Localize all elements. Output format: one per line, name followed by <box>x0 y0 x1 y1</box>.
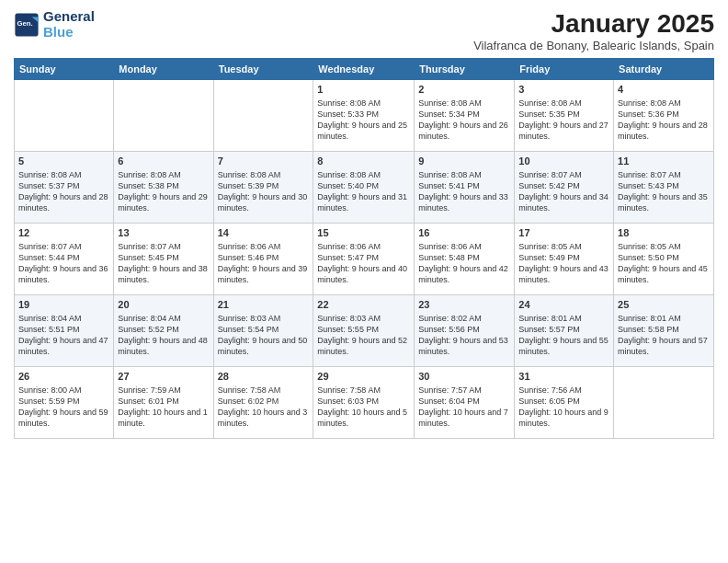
day-number: 24 <box>518 298 609 312</box>
sunrise-text: Sunrise: 8:00 AM <box>18 385 82 395</box>
sunrise-text: Sunrise: 8:08 AM <box>418 98 482 108</box>
sunset-text: Sunset: 5:37 PM <box>18 181 80 190</box>
sunset-text: Sunset: 5:39 PM <box>218 181 279 190</box>
day-number: 10 <box>518 155 609 168</box>
daylight-text: Daylight: 9 hours and 29 minutes. <box>118 192 208 213</box>
sunrise-text: Sunrise: 8:08 AM <box>118 170 181 179</box>
daylight-text: Daylight: 9 hours and 48 minutes. <box>118 336 208 356</box>
daylight-text: Daylight: 10 hours and 3 minutes. <box>218 408 308 428</box>
sunset-text: Sunset: 5:43 PM <box>618 181 679 190</box>
daylight-text: Daylight: 9 hours and 39 minutes. <box>218 264 308 284</box>
weekday-header-row: SundayMondayTuesdayWednesdayThursdayFrid… <box>15 59 714 80</box>
weekday-header-tuesday: Tuesday <box>213 59 313 80</box>
day-number: 15 <box>317 226 410 240</box>
calendar-cell: 19Sunrise: 8:04 AMSunset: 5:51 PMDayligh… <box>15 295 114 367</box>
calendar-cell: 6Sunrise: 8:08 AMSunset: 5:38 PMDaylight… <box>114 152 213 224</box>
sunset-text: Sunset: 5:51 PM <box>18 325 80 334</box>
calendar-cell: 27Sunrise: 7:59 AMSunset: 6:01 PMDayligh… <box>114 367 213 439</box>
calendar-cell: 20Sunrise: 8:04 AMSunset: 5:52 PMDayligh… <box>114 295 213 367</box>
calendar-table: SundayMondayTuesdayWednesdayThursdayFrid… <box>14 58 714 439</box>
week-row-2: 5Sunrise: 8:08 AMSunset: 5:37 PMDaylight… <box>15 152 714 224</box>
day-number: 12 <box>18 226 109 240</box>
calendar-cell: 31Sunrise: 7:56 AMSunset: 6:05 PMDayligh… <box>515 367 614 439</box>
sunrise-text: Sunrise: 8:07 AM <box>18 242 82 251</box>
calendar-cell: 1Sunrise: 8:08 AMSunset: 5:33 PMDaylight… <box>313 80 415 152</box>
sunrise-text: Sunrise: 8:04 AM <box>118 314 181 323</box>
sunrise-text: Sunrise: 8:03 AM <box>218 314 281 323</box>
daylight-text: Daylight: 9 hours and 36 minutes. <box>18 264 108 284</box>
calendar-cell: 24Sunrise: 8:01 AMSunset: 5:57 PMDayligh… <box>515 295 614 367</box>
daylight-text: Daylight: 9 hours and 53 minutes. <box>418 336 508 356</box>
calendar-cell: 29Sunrise: 7:58 AMSunset: 6:03 PMDayligh… <box>313 367 415 439</box>
sunset-text: Sunset: 5:33 PM <box>317 109 379 119</box>
sunrise-text: Sunrise: 8:08 AM <box>18 170 82 179</box>
sunset-text: Sunset: 5:40 PM <box>317 181 379 190</box>
day-number: 2 <box>418 83 510 97</box>
day-number: 14 <box>218 226 310 240</box>
logo: Gen. General Blue <box>14 9 95 40</box>
day-number: 1 <box>317 83 410 97</box>
daylight-text: Daylight: 9 hours and 27 minutes. <box>518 121 609 141</box>
sunset-text: Sunset: 6:03 PM <box>317 396 379 406</box>
sunset-text: Sunset: 6:04 PM <box>418 396 480 406</box>
sunrise-text: Sunrise: 7:58 AM <box>218 385 281 395</box>
sunrise-text: Sunrise: 8:08 AM <box>618 98 681 108</box>
sunset-text: Sunset: 5:36 PM <box>618 109 679 119</box>
weekday-header-friday: Friday <box>515 59 614 80</box>
calendar-cell: 17Sunrise: 8:05 AMSunset: 5:49 PMDayligh… <box>515 224 614 295</box>
daylight-text: Daylight: 10 hours and 7 minutes. <box>418 408 508 428</box>
daylight-text: Daylight: 9 hours and 57 minutes. <box>618 336 708 356</box>
sunrise-text: Sunrise: 8:01 AM <box>518 314 582 323</box>
sunset-text: Sunset: 6:01 PM <box>118 396 179 406</box>
day-number: 13 <box>118 226 209 240</box>
calendar-cell <box>114 80 213 152</box>
day-number: 20 <box>118 298 209 312</box>
calendar-cell: 15Sunrise: 8:06 AMSunset: 5:47 PMDayligh… <box>313 224 415 295</box>
sunrise-text: Sunrise: 8:03 AM <box>317 314 381 323</box>
day-number: 8 <box>317 155 410 168</box>
location-title: Vilafranca de Bonany, Balearic Islands, … <box>473 39 714 52</box>
week-row-3: 12Sunrise: 8:07 AMSunset: 5:44 PMDayligh… <box>15 224 714 295</box>
calendar-cell: 3Sunrise: 8:08 AMSunset: 5:35 PMDaylight… <box>515 80 614 152</box>
daylight-text: Daylight: 9 hours and 42 minutes. <box>418 264 508 284</box>
weekday-header-sunday: Sunday <box>15 59 114 80</box>
sunrise-text: Sunrise: 8:06 AM <box>418 242 482 251</box>
sunset-text: Sunset: 5:59 PM <box>18 396 80 406</box>
sunrise-text: Sunrise: 8:05 AM <box>518 242 582 251</box>
title-section: January 2025 Vilafranca de Bonany, Balea… <box>473 9 714 52</box>
calendar-cell: 16Sunrise: 8:06 AMSunset: 5:48 PMDayligh… <box>415 224 515 295</box>
calendar-cell: 23Sunrise: 8:02 AMSunset: 5:56 PMDayligh… <box>415 295 515 367</box>
day-number: 27 <box>118 370 209 384</box>
sunrise-text: Sunrise: 8:04 AM <box>18 314 82 323</box>
daylight-text: Daylight: 9 hours and 40 minutes. <box>317 264 407 284</box>
sunrise-text: Sunrise: 8:08 AM <box>418 170 482 179</box>
calendar-cell: 26Sunrise: 8:00 AMSunset: 5:59 PMDayligh… <box>15 367 114 439</box>
daylight-text: Daylight: 9 hours and 43 minutes. <box>518 264 609 284</box>
daylight-text: Daylight: 9 hours and 59 minutes. <box>18 408 108 428</box>
daylight-text: Daylight: 9 hours and 28 minutes. <box>618 121 708 141</box>
weekday-header-saturday: Saturday <box>614 59 714 80</box>
sunrise-text: Sunrise: 8:01 AM <box>618 314 681 323</box>
sunrise-text: Sunrise: 8:08 AM <box>317 170 381 179</box>
daylight-text: Daylight: 9 hours and 33 minutes. <box>418 192 508 213</box>
daylight-text: Daylight: 9 hours and 50 minutes. <box>218 336 308 356</box>
calendar-cell: 2Sunrise: 8:08 AMSunset: 5:34 PMDaylight… <box>415 80 515 152</box>
calendar-cell: 11Sunrise: 8:07 AMSunset: 5:43 PMDayligh… <box>614 152 714 224</box>
calendar-cell: 10Sunrise: 8:07 AMSunset: 5:42 PMDayligh… <box>515 152 614 224</box>
daylight-text: Daylight: 9 hours and 47 minutes. <box>18 336 108 356</box>
sunset-text: Sunset: 5:54 PM <box>218 325 279 334</box>
calendar-cell: 14Sunrise: 8:06 AMSunset: 5:46 PMDayligh… <box>213 224 313 295</box>
sunset-text: Sunset: 6:02 PM <box>218 396 279 406</box>
daylight-text: Daylight: 9 hours and 28 minutes. <box>18 192 108 213</box>
calendar-container: Gen. General Blue January 2025 Vilafranc… <box>0 0 728 448</box>
sunrise-text: Sunrise: 8:07 AM <box>118 242 181 251</box>
calendar-cell: 8Sunrise: 8:08 AMSunset: 5:40 PMDaylight… <box>313 152 415 224</box>
daylight-text: Daylight: 10 hours and 9 minutes. <box>518 408 609 428</box>
sunset-text: Sunset: 5:50 PM <box>618 253 679 262</box>
daylight-text: Daylight: 10 hours and 1 minute. <box>118 408 208 428</box>
sunrise-text: Sunrise: 8:06 AM <box>218 242 281 251</box>
sunrise-text: Sunrise: 8:02 AM <box>418 314 482 323</box>
day-number: 23 <box>418 298 510 312</box>
sunset-text: Sunset: 5:48 PM <box>418 253 480 262</box>
calendar-cell: 21Sunrise: 8:03 AMSunset: 5:54 PMDayligh… <box>213 295 313 367</box>
